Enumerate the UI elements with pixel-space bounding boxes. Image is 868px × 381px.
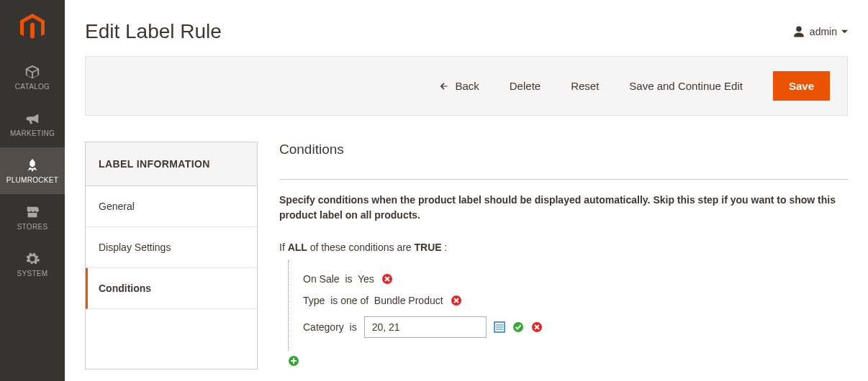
nav-item-marketing[interactable]: MARKETING — [0, 101, 65, 147]
account-menu[interactable]: admin — [792, 25, 848, 38]
nav-item-stores[interactable]: STORES — [0, 194, 65, 241]
megaphone-icon — [24, 111, 40, 127]
rule-row: Type is one of Bundle Product — [303, 295, 848, 306]
rule-attr[interactable]: Category — [303, 321, 344, 333]
add-rule-icon[interactable] — [288, 355, 299, 367]
magento-logo-icon — [20, 14, 45, 41]
rule-tree: On Sale is Yes Type is one of Bundle Pro… — [288, 260, 848, 351]
user-label: admin — [810, 26, 837, 37]
aggregator-value[interactable]: ALL — [288, 242, 307, 253]
rule-val[interactable]: Bundle Product — [374, 295, 443, 306]
rule-attr[interactable]: Type — [303, 295, 325, 306]
nav-label: STORES — [17, 223, 48, 231]
back-button[interactable]: Back — [438, 80, 479, 92]
chooser-icon[interactable] — [494, 321, 505, 333]
store-icon — [24, 204, 40, 220]
remove-rule-icon[interactable] — [451, 295, 462, 306]
panel-title: Conditions — [279, 142, 848, 180]
back-label: Back — [455, 80, 479, 92]
admin-nav: CATALOG MARKETING PLUMROCKET STORES SYST… — [0, 0, 65, 381]
delete-button[interactable]: Delete — [510, 80, 541, 92]
gear-icon — [24, 251, 40, 267]
rocket-icon — [24, 157, 40, 173]
rule-row: On Sale is Yes — [303, 273, 848, 285]
save-continue-button[interactable]: Save and Continue Edit — [629, 80, 743, 92]
nav-label: MARKETING — [10, 129, 55, 137]
nav-item-catalog[interactable]: CATALOG — [0, 54, 65, 101]
arrow-left-icon — [438, 81, 451, 91]
apply-icon[interactable] — [512, 321, 524, 333]
nav-label: SYSTEM — [17, 270, 48, 277]
panel-intro: Specify conditions when the product labe… — [279, 193, 848, 223]
page-title: Edit Label Rule — [85, 20, 222, 43]
rule-op[interactable]: is — [350, 321, 357, 333]
boolean-value[interactable]: TRUE — [415, 242, 442, 253]
side-tab-display-settings[interactable]: Display Settings — [86, 227, 257, 268]
rule-row: Category is — [303, 316, 848, 338]
magento-logo[interactable] — [0, 0, 65, 54]
side-tabs: LABEL INFORMATION General Display Settin… — [85, 142, 258, 369]
user-icon — [792, 25, 805, 38]
rule-value-input[interactable] — [364, 316, 487, 338]
remove-rule-icon[interactable] — [381, 273, 393, 285]
root-condition[interactable]: If ALL of these conditions are TRUE : — [279, 242, 848, 253]
nav-label: CATALOG — [15, 83, 50, 91]
cube-icon — [24, 64, 40, 80]
action-bar: Back Delete Reset Save and Continue Edit… — [85, 56, 848, 116]
side-tab-general[interactable]: General — [86, 186, 257, 227]
nav-label: PLUMROCKET — [6, 176, 58, 184]
rule-val[interactable]: Yes — [358, 273, 374, 285]
rule-op[interactable]: is — [345, 273, 352, 285]
side-tab-conditions[interactable]: Conditions — [86, 268, 257, 309]
rule-op[interactable]: is one of — [330, 295, 369, 306]
save-button[interactable]: Save — [773, 71, 830, 101]
reset-button[interactable]: Reset — [571, 80, 599, 92]
nav-item-plumrocket[interactable]: PLUMROCKET — [0, 147, 65, 194]
conditions-panel: Conditions Specify conditions when the p… — [279, 142, 848, 369]
remove-rule-icon[interactable] — [531, 321, 543, 333]
chevron-down-icon — [841, 29, 848, 35]
side-tabs-header: LABEL INFORMATION — [86, 142, 257, 186]
rule-attr[interactable]: On Sale — [303, 273, 340, 285]
nav-item-system[interactable]: SYSTEM — [0, 241, 65, 288]
